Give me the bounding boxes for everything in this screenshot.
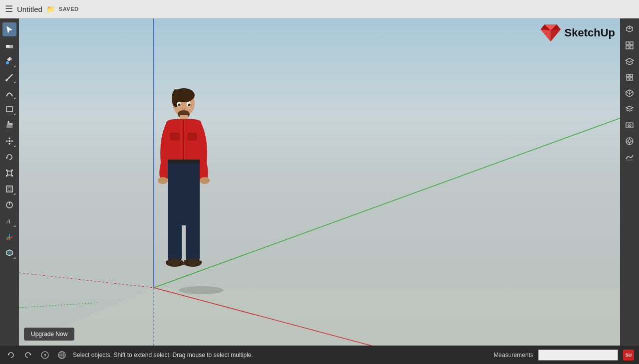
match-photo-tool[interactable] [623,134,637,148]
arc-tool[interactable] [2,86,16,100]
svg-line-33 [630,27,633,29]
right-toolbar [620,18,639,346]
left-toolbar: A [0,18,19,346]
line-tool[interactable] [2,70,16,84]
scale-tool[interactable] [2,166,16,180]
document-title: Untitled [17,5,42,13]
section-tool[interactable] [2,246,16,260]
text-tool[interactable]: A [2,214,16,228]
select-tool[interactable] [2,22,16,36]
svg-rect-71 [170,133,179,140]
svg-point-68 [172,89,180,107]
svg-point-46 [628,140,631,143]
svg-rect-40 [627,78,629,80]
svg-line-61 [154,118,620,288]
svg-point-74 [158,177,168,184]
svg-rect-81 [168,160,200,164]
svg-rect-23 [8,187,11,190]
svg-marker-10 [7,121,9,122]
menu-icon[interactable]: ☰ [5,3,13,14]
paint-tool[interactable] [2,54,16,68]
eraser-tool[interactable] [2,38,16,52]
svg-point-85 [188,104,191,106]
tape-tool[interactable] [2,198,16,212]
svg-marker-13 [5,140,7,142]
standard-views-tool[interactable] [623,38,637,52]
svg-marker-14 [11,140,13,142]
svg-point-5 [5,79,7,81]
3d-warehouse-tool[interactable] [623,86,637,100]
svg-rect-1 [9,45,13,48]
shape-tool[interactable] [2,102,16,116]
svg-line-64 [19,303,99,308]
svg-point-84 [178,104,181,106]
svg-rect-39 [630,74,633,77]
saved-badge: SAVED [59,6,79,12]
svg-marker-58 [19,288,620,346]
bottom-bar: ? Select objects. Shift to extend select… [0,346,639,364]
svg-rect-20 [6,175,7,177]
sketchup-logo: SketchUp [541,23,615,42]
svg-point-79 [166,259,184,267]
svg-line-63 [19,273,154,288]
svg-rect-78 [186,205,200,260]
status-text: Select objects. Shift to extend select. … [73,352,489,359]
push-pull-tool[interactable] [2,118,16,132]
svg-point-80 [184,259,202,267]
human-figure [154,83,214,293]
axes-tool[interactable] [2,230,16,244]
sketchup-logo-icon [541,23,561,42]
svg-rect-7 [6,125,12,128]
sandbox-tool[interactable] [623,150,637,164]
svg-rect-19 [11,170,13,171]
svg-line-62 [154,288,453,346]
svg-rect-38 [627,74,629,77]
svg-marker-12 [8,143,10,145]
layers-tool[interactable] [623,102,637,116]
svg-point-83 [187,102,191,107]
folder-icon[interactable]: 📁 [46,5,55,13]
sketchup-logo-text: SketchUp [565,26,615,39]
svg-rect-76 [168,161,200,225]
svg-line-32 [627,27,630,29]
offset-tool[interactable] [2,182,16,196]
redo-button[interactable] [22,349,34,361]
location-button[interactable] [56,349,68,361]
su-logo-badge: SU [623,350,634,361]
svg-rect-6 [6,107,12,112]
svg-rect-8 [7,122,9,125]
components-tool[interactable] [623,70,637,84]
rotate-tool[interactable] [2,150,16,164]
svg-marker-56 [551,29,561,41]
measurements-input[interactable] [538,350,618,361]
svg-text:A: A [6,217,10,225]
svg-point-75 [200,177,210,184]
viewport[interactable]: SketchUp [19,18,620,346]
svg-rect-18 [6,170,7,171]
undo-button[interactable] [5,349,17,361]
help-button[interactable]: ? [39,349,51,361]
svg-rect-36 [626,46,629,49]
upgrade-now-button[interactable]: Upgrade Now [24,328,74,341]
svg-line-29 [6,237,9,238]
svg-rect-17 [7,171,11,175]
scenes-tool[interactable] [623,118,637,132]
svg-point-44 [629,125,630,126]
svg-rect-35 [630,42,633,45]
svg-rect-37 [630,46,633,49]
svg-point-67 [173,88,195,102]
move-tool[interactable] [2,134,16,148]
svg-rect-22 [6,186,12,192]
titlebar: ☰ Untitled 📁 SAVED [0,0,639,18]
svg-point-66 [173,90,195,116]
svg-point-69 [178,110,190,118]
svg-point-65 [179,286,224,294]
svg-line-4 [6,74,12,80]
svg-marker-55 [541,29,551,41]
learn-tool[interactable] [623,54,637,68]
svg-rect-70 [180,115,188,122]
svg-rect-21 [11,175,13,177]
measurements-label: Measurements [494,352,533,359]
svg-rect-34 [626,42,629,45]
cube-views-tool[interactable] [623,22,637,36]
